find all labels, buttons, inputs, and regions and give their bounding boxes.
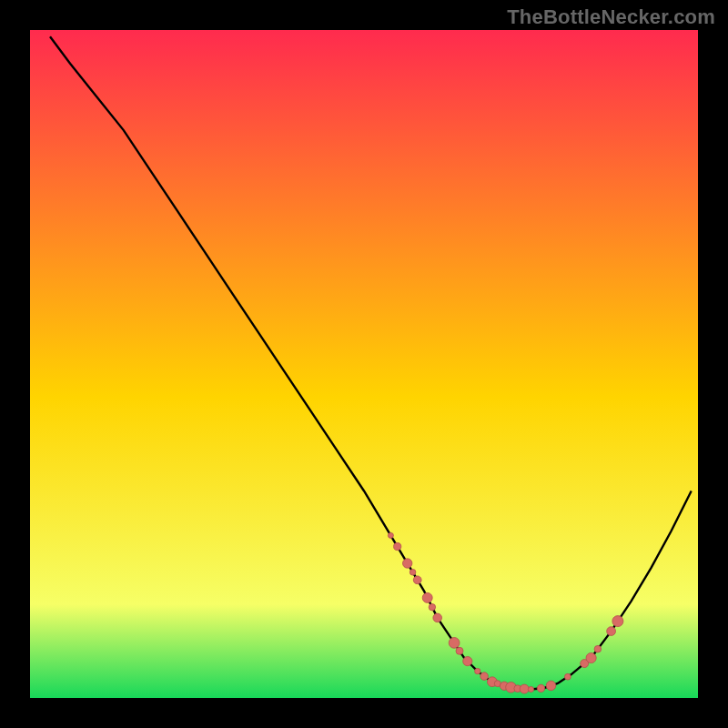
curve-marker	[520, 684, 529, 693]
curve-marker	[475, 668, 480, 673]
curve-marker	[394, 543, 401, 551]
curve-marker	[433, 613, 442, 622]
curve-marker	[449, 638, 460, 649]
gradient-background	[30, 30, 698, 698]
curve-marker	[607, 627, 616, 636]
curve-marker	[410, 570, 416, 576]
curve-marker	[612, 616, 623, 627]
curve-marker	[422, 592, 432, 602]
bottleneck-curve-chart	[30, 30, 698, 698]
curve-marker	[537, 684, 544, 692]
curve-marker	[480, 672, 489, 681]
curve-marker	[546, 681, 556, 691]
curve-marker	[565, 673, 571, 680]
watermark-label: TheBottleNecker.com	[507, 5, 715, 29]
curve-marker	[403, 559, 412, 568]
curve-marker	[388, 532, 393, 538]
curve-marker	[528, 686, 533, 692]
curve-marker	[586, 652, 596, 662]
curve-marker	[413, 576, 421, 584]
curve-marker	[463, 657, 472, 666]
chart-container	[30, 30, 698, 698]
app-frame: TheBottleNecker.com	[0, 0, 728, 728]
curve-marker	[594, 645, 602, 652]
curve-marker	[456, 647, 463, 654]
curve-marker	[429, 604, 435, 611]
